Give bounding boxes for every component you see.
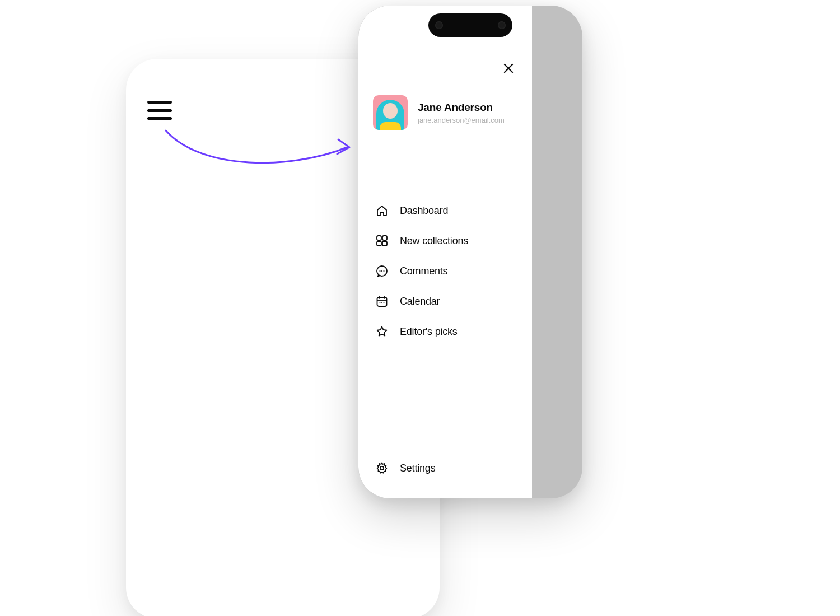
svg-rect-2 — [377, 241, 381, 246]
drawer-footer: Settings — [358, 449, 532, 498]
device-notch — [428, 13, 512, 37]
calendar-icon — [375, 295, 389, 308]
svg-rect-1 — [382, 236, 387, 240]
comment-icon — [375, 264, 389, 278]
svg-rect-0 — [377, 236, 381, 240]
menu-item-editors-picks[interactable]: Editor's picks — [367, 318, 523, 345]
svg-point-9 — [380, 302, 381, 303]
home-icon — [375, 204, 389, 217]
hamburger-menu-button[interactable] — [147, 101, 172, 120]
menu-item-label: Calendar — [400, 296, 440, 307]
menu-item-comments[interactable]: Comments — [367, 258, 523, 284]
menu-item-label: Comments — [400, 265, 447, 277]
menu-item-new-collections[interactable]: New collections — [367, 227, 523, 254]
phone-frame-open: Jane Anderson jane.anderson@email.com Da… — [358, 6, 582, 498]
svg-point-12 — [380, 466, 384, 470]
menu-item-label: Settings — [400, 463, 435, 474]
svg-point-5 — [379, 270, 380, 272]
nav-menu: Dashboard New collections — [358, 197, 532, 345]
svg-rect-3 — [382, 241, 387, 246]
menu-item-settings[interactable]: Settings — [367, 454, 523, 483]
menu-item-dashboard[interactable]: Dashboard — [367, 197, 523, 224]
gear-icon — [375, 461, 389, 475]
svg-point-11 — [384, 302, 385, 303]
svg-point-6 — [381, 270, 382, 272]
nav-drawer: Jane Anderson jane.anderson@email.com Da… — [358, 6, 532, 498]
star-icon — [375, 325, 389, 338]
profile-name: Jane Anderson — [418, 101, 505, 114]
menu-item-label: New collections — [400, 235, 468, 247]
menu-item-calendar[interactable]: Calendar — [367, 288, 523, 315]
profile-email: jane.anderson@email.com — [418, 116, 505, 124]
menu-item-label: Editor's picks — [400, 326, 458, 338]
menu-item-label: Dashboard — [400, 205, 448, 217]
close-drawer-button[interactable] — [502, 62, 517, 77]
grid-icon — [375, 234, 389, 248]
svg-point-7 — [383, 270, 384, 272]
avatar — [373, 95, 408, 130]
svg-point-10 — [381, 302, 382, 303]
close-icon — [502, 62, 515, 75]
